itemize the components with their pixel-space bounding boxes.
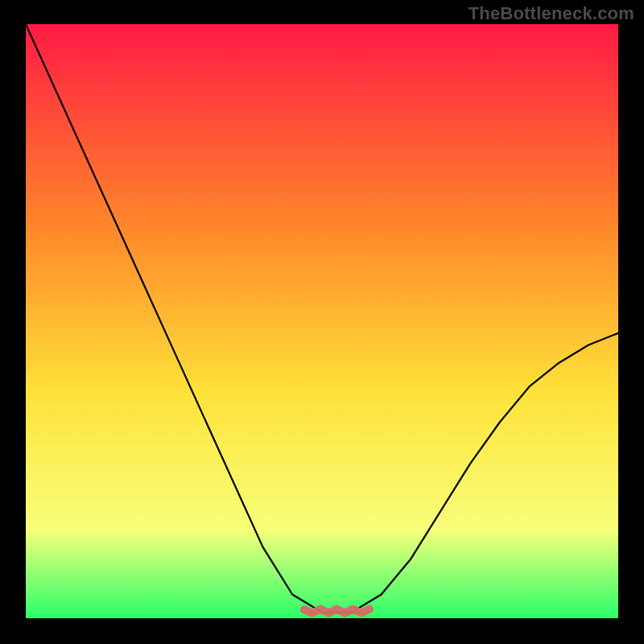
watermark-label: TheBottleneck.com xyxy=(469,3,634,24)
flat-zone-highlight xyxy=(304,609,369,613)
chart-frame: TheBottleneck.com xyxy=(0,0,644,644)
plot-area xyxy=(26,24,618,618)
chart-svg xyxy=(26,24,618,618)
gradient-background xyxy=(26,24,618,618)
